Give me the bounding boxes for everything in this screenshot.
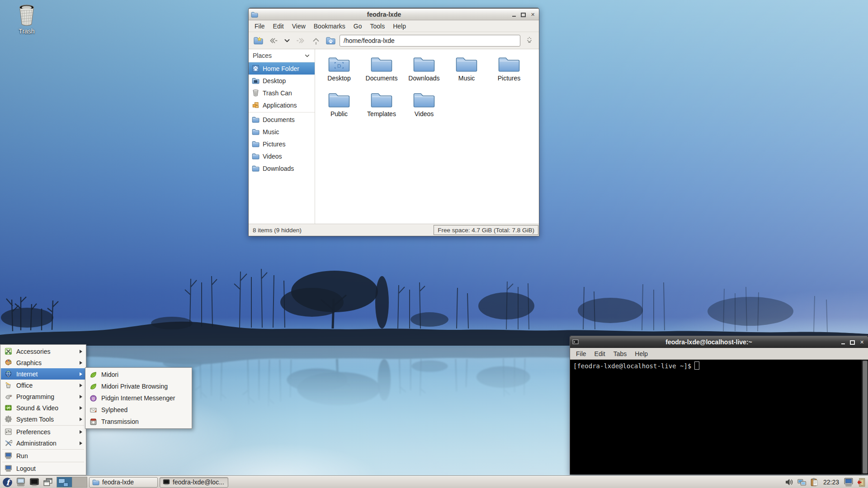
clipboard-icon bbox=[810, 478, 819, 487]
fm-close-button[interactable]: ✕ bbox=[529, 11, 537, 18]
fm-titlebar[interactable]: feodra-lxde ✕ bbox=[249, 8, 539, 20]
sidebar-item-home-folder[interactable]: Home Folder bbox=[249, 62, 315, 75]
logout-tray-button[interactable] bbox=[857, 478, 866, 487]
submenu-arrow-icon bbox=[80, 418, 82, 421]
terminal-menu-file[interactable]: File bbox=[572, 349, 590, 359]
folder-icon bbox=[413, 90, 435, 109]
sidebar-item-trash-can[interactable]: Trash Can bbox=[249, 87, 315, 99]
file-manager-launcher[interactable] bbox=[15, 477, 27, 488]
menu-item-logout[interactable]: Logout bbox=[1, 463, 85, 474]
fm-menu-tools[interactable]: Tools bbox=[366, 21, 389, 31]
graphics-icon bbox=[5, 359, 12, 366]
submenu-item-midori-private[interactable]: Midori Private Browsing bbox=[86, 380, 191, 392]
desktop-folder-icon bbox=[328, 55, 350, 73]
folder-icon bbox=[370, 90, 393, 109]
fm-menu-help[interactable]: Help bbox=[389, 21, 410, 31]
fm-minimize-button[interactable] bbox=[510, 11, 518, 18]
folder-icon bbox=[252, 116, 259, 123]
forward-icon bbox=[297, 36, 307, 46]
task-button-terminal[interactable]: feodra-lxde@loc... bbox=[160, 477, 228, 488]
sidebar-separator bbox=[249, 112, 315, 113]
terminal-menu-help[interactable]: Help bbox=[631, 349, 652, 359]
desktop-trash-icon[interactable]: Trash bbox=[11, 4, 42, 35]
volume-tray-button[interactable] bbox=[785, 478, 794, 487]
sidebar-item-videos[interactable]: Videos bbox=[249, 150, 315, 162]
home-button[interactable] bbox=[325, 35, 336, 46]
menu-item-graphics[interactable]: Graphics bbox=[1, 357, 85, 368]
terminal-maximize-button[interactable] bbox=[849, 338, 856, 346]
menu-item-preferences[interactable]: Preferences bbox=[1, 426, 85, 437]
terminal-launcher[interactable] bbox=[28, 477, 40, 488]
terminal-output[interactable]: [feodra-lxde@localhost-live ~]$ bbox=[570, 360, 868, 474]
terminal-cursor bbox=[694, 361, 699, 370]
forward-button[interactable] bbox=[296, 35, 307, 46]
new-tab-button[interactable] bbox=[253, 35, 264, 46]
office-icon bbox=[5, 381, 12, 389]
terminal-scrollbar[interactable] bbox=[862, 360, 868, 474]
address-bar[interactable] bbox=[340, 35, 520, 47]
sidebar-item-desktop[interactable]: Desktop bbox=[249, 75, 315, 87]
preferences-icon bbox=[5, 428, 12, 436]
workspace-1[interactable] bbox=[57, 477, 72, 487]
submenu-item-midori[interactable]: Midori bbox=[86, 369, 191, 380]
submenu-item-sylpheed[interactable]: Sylpheed bbox=[86, 404, 191, 416]
fm-menu-go[interactable]: Go bbox=[349, 21, 366, 31]
sidebar-item-pictures[interactable]: Pictures bbox=[249, 138, 315, 150]
accessories-icon bbox=[5, 347, 12, 355]
up-button[interactable] bbox=[311, 35, 321, 46]
network-tray-button[interactable] bbox=[797, 478, 807, 487]
fm-menu-bookmarks[interactable]: Bookmarks bbox=[310, 21, 349, 31]
iconify-all-button[interactable] bbox=[42, 477, 54, 488]
menu-item-programming[interactable]: Programming bbox=[1, 391, 85, 402]
scrollbar-thumb[interactable] bbox=[863, 361, 868, 474]
terminal-prompt: [feodra-lxde@localhost-live ~]$ bbox=[573, 362, 691, 370]
folder-templates[interactable]: Templates bbox=[360, 90, 403, 126]
terminal-menubar: File Edit Tabs Help bbox=[570, 348, 868, 360]
sidebar-item-documents[interactable]: Documents bbox=[249, 113, 315, 126]
folder-icon bbox=[252, 140, 259, 148]
folder-desktop[interactable]: Desktop bbox=[318, 55, 360, 90]
terminal-close-button[interactable]: ✕ bbox=[858, 338, 866, 346]
menu-item-run[interactable]: Run bbox=[1, 450, 85, 461]
menu-item-system-tools[interactable]: System Tools bbox=[1, 413, 85, 425]
sidebar-item-music[interactable]: Music bbox=[249, 126, 315, 138]
clock[interactable]: 22:23 bbox=[822, 479, 840, 486]
folder-pictures[interactable]: Pictures bbox=[488, 55, 530, 90]
submenu-arrow-icon bbox=[80, 395, 82, 399]
fm-menu-file[interactable]: File bbox=[250, 21, 269, 31]
workspace-2[interactable] bbox=[72, 477, 87, 487]
menu-item-administration[interactable]: Administration bbox=[1, 437, 85, 449]
start-menu-button[interactable]: f bbox=[1, 477, 13, 488]
history-dropdown-button[interactable] bbox=[282, 35, 292, 46]
fm-menu-view[interactable]: View bbox=[288, 21, 310, 31]
menu-item-sound-video[interactable]: Sound & Video bbox=[1, 402, 85, 413]
clipboard-tray-button[interactable] bbox=[810, 478, 819, 487]
up-icon bbox=[311, 36, 321, 46]
fm-maximize-button[interactable] bbox=[519, 11, 527, 18]
terminal-menu-tabs[interactable]: Tabs bbox=[609, 349, 631, 359]
menu-item-accessories[interactable]: Accessories bbox=[1, 346, 85, 357]
terminal-minimize-button[interactable] bbox=[839, 338, 847, 346]
submenu-item-transmission[interactable]: Transmission bbox=[86, 416, 191, 427]
screensaver-tray-button[interactable] bbox=[844, 477, 854, 487]
sidebar-item-applications[interactable]: Applications bbox=[249, 99, 315, 111]
folder-documents[interactable]: Documents bbox=[360, 55, 403, 90]
back-button[interactable] bbox=[267, 35, 278, 46]
terminal-menu-edit[interactable]: Edit bbox=[590, 349, 609, 359]
terminal-titlebar[interactable]: feodra-lxde@localhost-live:~ ✕ bbox=[570, 336, 868, 348]
folder-public[interactable]: Public bbox=[318, 90, 360, 126]
sidebar-item-downloads[interactable]: Downloads bbox=[249, 162, 315, 174]
submenu-item-pidgin[interactable]: Pidgin Internet Messenger bbox=[86, 392, 191, 404]
jump-to-path-button[interactable] bbox=[524, 35, 535, 46]
folder-music[interactable]: Music bbox=[445, 55, 488, 90]
menu-item-office[interactable]: Office bbox=[1, 380, 85, 391]
folder-icon bbox=[252, 128, 259, 136]
fm-menu-edit[interactable]: Edit bbox=[269, 21, 288, 31]
menu-item-internet[interactable]: Internet bbox=[1, 368, 85, 380]
midori-icon bbox=[90, 383, 97, 390]
fm-menubar: File Edit View Bookmarks Go Tools Help bbox=[249, 20, 539, 32]
folder-videos[interactable]: Videos bbox=[403, 90, 445, 126]
task-button-file-manager[interactable]: feodra-lxde bbox=[89, 477, 158, 488]
folder-downloads[interactable]: Downloads bbox=[403, 55, 445, 90]
places-header[interactable]: Places bbox=[249, 49, 315, 62]
